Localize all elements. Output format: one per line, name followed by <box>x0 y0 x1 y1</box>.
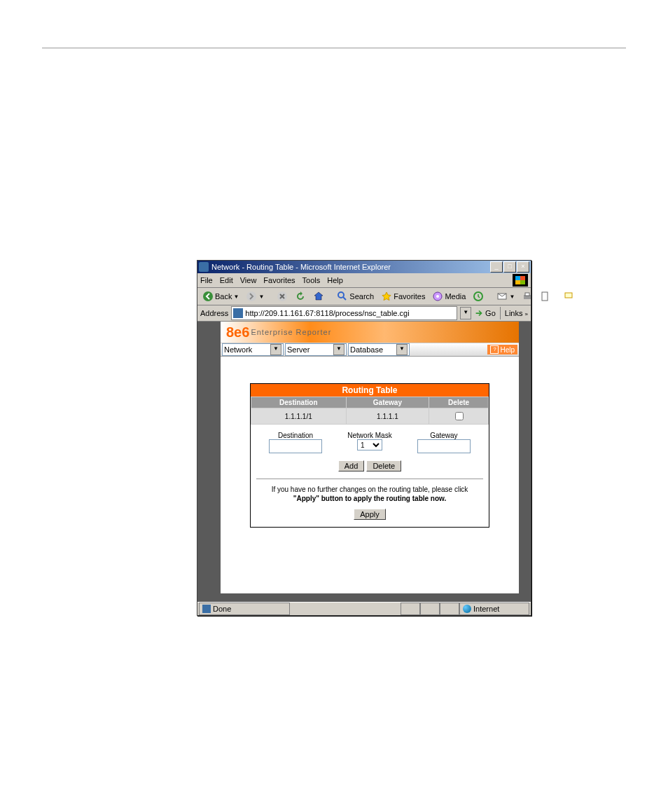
delete-checkbox[interactable] <box>455 412 464 420</box>
svg-point-1 <box>246 291 256 301</box>
address-dropdown[interactable]: ▼ <box>460 307 471 319</box>
print-icon <box>522 291 533 302</box>
destination-label: Destination <box>269 432 322 439</box>
minimize-button[interactable]: _ <box>490 261 503 273</box>
status-bar: Done Internet <box>197 602 531 615</box>
svg-rect-11 <box>565 293 572 298</box>
favorites-button[interactable]: Favorites <box>379 290 427 303</box>
title-bar[interactable]: Network - Routing Table - Microsoft Inte… <box>197 261 531 273</box>
close-button[interactable]: × <box>517 261 529 273</box>
svg-rect-9 <box>525 293 529 296</box>
mask-select[interactable]: 1 <box>357 439 382 450</box>
apply-button[interactable]: Apply <box>354 509 386 520</box>
forward-button[interactable]: ▼ <box>244 290 266 303</box>
cell-gateway: 1.1.1.1 <box>346 408 429 425</box>
ie-icon <box>199 262 209 272</box>
back-button[interactable]: Back ▼ <box>200 290 241 303</box>
stop-button[interactable] <box>274 290 290 303</box>
window-title: Network - Routing Table - Microsoft Inte… <box>211 263 490 271</box>
maximize-button[interactable]: □ <box>503 261 516 273</box>
dropdown-arrow-icon: ▼ <box>258 294 264 300</box>
edit-button[interactable] <box>538 290 553 303</box>
col-delete: Delete <box>429 397 489 408</box>
product-banner: 8e6 Enterprise Reporter <box>221 322 519 343</box>
status-cell <box>440 603 459 615</box>
globe-icon <box>463 605 471 613</box>
help-icon: ? <box>490 345 499 354</box>
media-button[interactable]: Media <box>430 290 468 303</box>
database-menu[interactable]: Database▼ <box>348 343 410 356</box>
print-button[interactable] <box>520 290 535 303</box>
app-navbar: Network▼ Server▼ Database▼ ?Help <box>221 343 519 357</box>
page-icon <box>202 605 211 613</box>
apply-note: If you have no further changes on the ro… <box>251 479 489 506</box>
home-icon <box>313 291 324 302</box>
menu-help[interactable]: Help <box>327 276 343 284</box>
svg-rect-10 <box>542 292 548 301</box>
stop-icon <box>277 291 288 302</box>
cell-destination: 1.1.1.1/1 <box>251 408 347 425</box>
svg-point-0 <box>203 291 213 301</box>
page-icon <box>233 308 243 318</box>
svg-point-3 <box>338 292 344 298</box>
status-cell <box>401 603 420 615</box>
address-bar: Address http://209.11.161.67:8118/proces… <box>197 305 531 322</box>
network-menu[interactable]: Network▼ <box>222 343 284 356</box>
refresh-icon <box>295 291 306 302</box>
address-input[interactable]: http://209.11.161.67:8118/process/nsc_ta… <box>231 306 457 320</box>
add-button[interactable]: Add <box>338 460 365 472</box>
help-link[interactable]: ?Help <box>487 345 517 355</box>
gateway-input[interactable] <box>417 439 471 453</box>
edit-icon <box>540 291 551 302</box>
destination-input[interactable] <box>269 439 322 453</box>
gateway-label: Gateway <box>417 432 471 439</box>
mail-button[interactable]: ▼ <box>494 290 517 303</box>
back-arrow-icon <box>202 291 214 302</box>
col-destination: Destination <box>251 397 347 408</box>
search-icon <box>337 291 348 302</box>
address-label: Address <box>200 309 228 317</box>
history-button[interactable] <box>471 290 486 303</box>
col-gateway: Gateway <box>346 397 429 408</box>
discuss-button[interactable] <box>562 290 577 303</box>
toolbar: Back ▼ ▼ Search Favorites Media ▼ <box>197 288 531 305</box>
svg-point-5 <box>436 295 439 298</box>
logo-text: 8e6 <box>226 324 249 340</box>
add-route-form: Destination Network Mask 1 Gateway <box>251 425 489 457</box>
menu-view[interactable]: View <box>240 276 257 284</box>
dropdown-arrow-icon: ▼ <box>233 294 239 300</box>
routing-table: Destination Gateway Delete 1.1.1.1/1 1.1… <box>251 397 489 425</box>
search-button[interactable]: Search <box>335 290 376 303</box>
status-cell <box>420 603 440 615</box>
go-icon <box>474 308 484 318</box>
menu-bar: File Edit View Favorites Tools Help <box>197 273 531 288</box>
favorites-icon <box>381 291 392 302</box>
refresh-button[interactable] <box>293 290 308 303</box>
forward-arrow-icon <box>246 291 257 302</box>
windows-flag-icon <box>513 274 528 287</box>
mail-icon <box>496 291 508 302</box>
menu-tools[interactable]: Tools <box>302 276 321 284</box>
cell-delete <box>429 408 489 425</box>
links-button[interactable]: Links » <box>505 309 528 317</box>
mask-label: Network Mask <box>347 432 391 439</box>
media-icon <box>432 291 443 302</box>
menu-file[interactable]: File <box>200 276 213 284</box>
menu-favorites[interactable]: Favorites <box>263 276 295 284</box>
status-text: Done <box>199 603 290 615</box>
zone-indicator: Internet <box>459 603 529 615</box>
routing-table-panel: Routing Table Destination Gateway Delete… <box>250 383 489 528</box>
delete-button[interactable]: Delete <box>366 460 401 472</box>
menu-edit[interactable]: Edit <box>220 276 233 284</box>
discuss-icon <box>564 291 575 302</box>
go-button[interactable]: Go <box>474 308 496 318</box>
product-name: Enterprise Reporter <box>251 328 331 336</box>
panel-title: Routing Table <box>251 384 489 397</box>
content-area: 8e6 Enterprise Reporter Network▼ Server▼… <box>197 322 531 602</box>
home-button[interactable] <box>311 290 326 303</box>
server-menu[interactable]: Server▼ <box>285 343 347 356</box>
history-icon <box>473 291 484 302</box>
browser-window: Network - Routing Table - Microsoft Inte… <box>197 260 531 616</box>
table-row: 1.1.1.1/1 1.1.1.1 <box>251 408 489 425</box>
